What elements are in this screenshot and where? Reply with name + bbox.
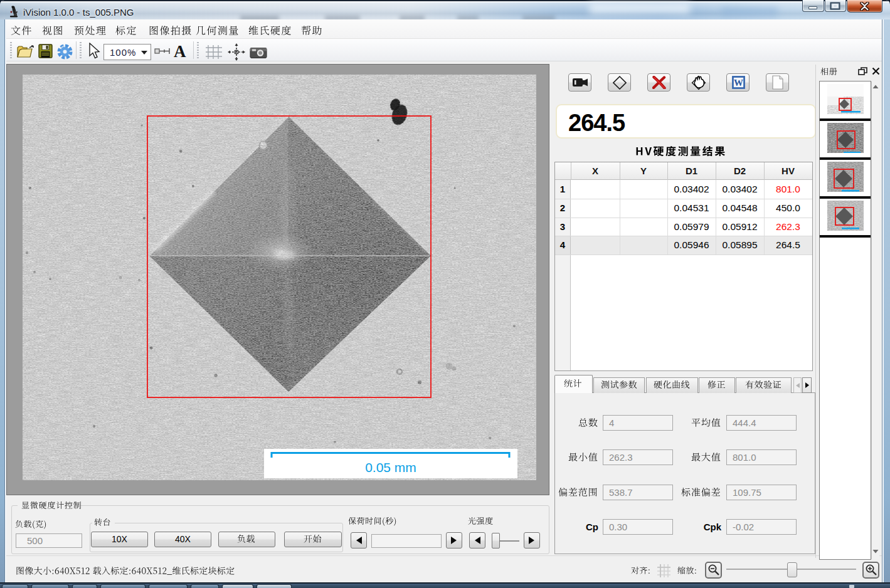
svg-text:0.05 mm: 0.05 mm bbox=[365, 460, 416, 475]
svg-text:W: W bbox=[734, 78, 743, 88]
